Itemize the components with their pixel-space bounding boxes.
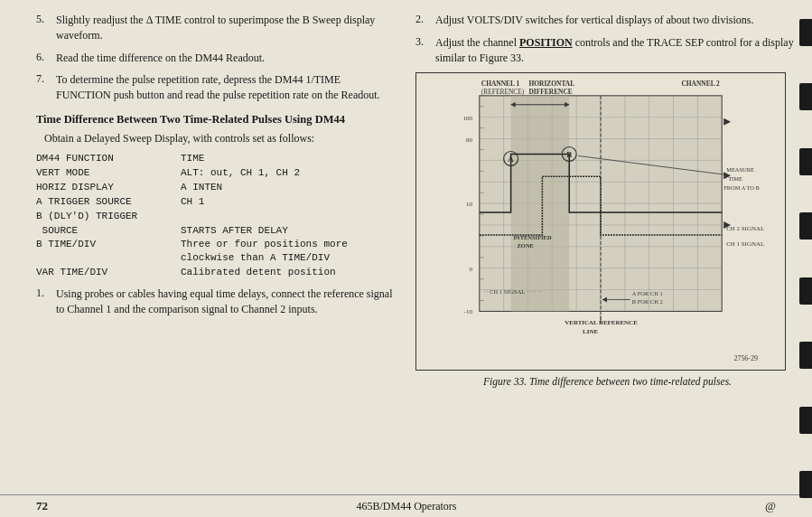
figure-caption: Figure 33. Time difference between two t… [415,376,799,387]
figure-caption-text: Figure 33. Time difference between two t… [483,376,732,387]
settings-row-btrig2: SOURCE STARTS AFTER DELAY [36,224,394,238]
settings-key-btrig2: SOURCE [36,224,181,238]
step-3-num: 3. [415,35,432,66]
settings-row-btd: B TIME/DIV Three or four positions morec… [36,238,394,265]
step-1-text: Using probes or cables having equal time… [56,287,394,317]
settings-val-var: Calibrated detent position [181,266,336,279]
step-3: 3. Adjust the channel POSITION controls … [415,35,799,66]
svg-text:VERTICAL REFERENCE: VERTICAL REFERENCE [565,320,638,327]
footer-at: @ [765,499,776,513]
tab-marker-4 [799,212,812,240]
svg-text:DIFFERENCE: DIFFERENCE [528,88,572,96]
page: 5. Slightly readjust the Δ TIME control … [0,0,812,517]
step-3-text: Adjust the channel POSITION controls and… [435,35,799,66]
page-footer: 72 465B/DM44 Operators @ [0,494,812,517]
settings-val-dm44: TIME [181,152,204,165]
step-7: 7. To determine the pulse repetition rat… [36,72,394,103]
settings-row-btrig1: B (DLY'D) TRIGGER [36,210,394,223]
svg-text:TIME: TIME [728,176,742,183]
svg-text:INTENSIFIED: INTENSIFIED [514,234,552,240]
svg-text:MEASURE: MEASURE [726,167,754,174]
svg-text:CH 2 SIGNAL: CH 2 SIGNAL [726,225,764,232]
settings-key-dm44: DM44 FUNCTION [36,152,181,165]
settings-row-var: VAR TIME/DIV Calibrated detent position [36,266,394,279]
svg-text:CHANNEL 2: CHANNEL 2 [681,80,720,88]
svg-text:FROM A TO B: FROM A TO B [723,185,760,192]
settings-row-atrig: A TRIGGER SOURCE CH 1 [36,195,394,209]
settings-row-dm44: DM44 FUNCTION TIME [36,152,394,165]
svg-text:(REFERENCE): (REFERENCE) [481,88,525,96]
settings-key-vert: VERT MODE [36,166,181,180]
step-5: 5. Slightly readjust the Δ TIME control … [36,13,394,43]
svg-text:2756-29: 2756-29 [733,354,757,362]
footer-title: 465B/DM44 Operators [357,500,457,513]
step-1-num: 1. [36,287,52,317]
settings-val-atrig: CH 1 [181,195,204,209]
figure-svg: 100 80 10 0 -10 A [416,73,785,370]
settings-key-var: VAR TIME/DIV [36,266,181,279]
step-2: 2. Adjust VOLTS/DIV switches for vertica… [415,13,799,28]
section-heading: Time Difference Between Two Time-Related… [36,112,394,128]
tab-marker-3 [799,148,812,175]
svg-text:80: 80 [466,136,472,144]
settings-row-horiz: HORIZ DISPLAY A INTEN [36,181,394,194]
tab-marker-5 [799,277,812,305]
step-2-num: 2. [415,13,432,28]
step-6: 6. Read the time difference on the DM44 … [36,51,394,66]
tab-marker-2 [799,83,812,110]
svg-text:-10: -10 [464,309,473,316]
svg-text:0: 0 [469,266,472,273]
step-7-text: To determine the pulse repetition rate, … [56,72,394,103]
settings-key-atrig: A TRIGGER SOURCE [36,195,181,209]
tab-markers [798,0,812,517]
svg-text:CH 1 SIGNAL: CH 1 SIGNAL [726,240,764,248]
settings-key-btd: B TIME/DIV [36,238,181,251]
tab-marker-1 [799,19,812,46]
settings-val-horiz: A INTEN [181,181,222,194]
svg-text:B FOR CH 2: B FOR CH 2 [632,299,663,306]
svg-text:B: B [566,151,572,160]
svg-text:A FOR CH 1: A FOR CH 1 [632,291,663,297]
svg-text:10: 10 [466,201,472,208]
settings-val-vert: ALT: out, CH 1, CH 2 [181,166,300,180]
main-content: 5. Slightly readjust the Δ TIME control … [0,0,812,494]
svg-rect-35 [511,96,570,312]
right-column: 2. Adjust VOLTS/DIV switches for vertica… [406,9,812,494]
svg-text:CHANNEL 1: CHANNEL 1 [481,80,520,88]
step-7-num: 7. [36,72,52,103]
svg-text:ZONE: ZONE [518,242,534,249]
tab-marker-7 [799,407,812,434]
settings-row-vert: VERT MODE ALT: out, CH 1, CH 2 [36,166,394,180]
step-6-num: 6. [36,51,52,66]
settings-table: DM44 FUNCTION TIME VERT MODE ALT: out, C… [36,152,394,279]
svg-text:A: A [508,155,514,164]
settings-val-btrig2: STARTS AFTER DELAY [181,224,288,238]
step-2-text: Adjust VOLTS/DIV switches for vertical d… [435,13,753,28]
step-5-num: 5. [36,13,52,43]
tab-marker-8 [799,471,812,498]
svg-text:100: 100 [462,115,472,122]
settings-key-horiz: HORIZ DISPLAY [36,181,181,194]
section-intro: Obtain a Delayed Sweep Display, with con… [36,131,394,146]
svg-text:HORIZONTAL: HORIZONTAL [528,80,574,88]
step-6-text: Read the time difference on the DM44 Rea… [56,51,265,66]
step-5-text: Slightly readjust the Δ TIME control to … [56,13,394,43]
left-column: 5. Slightly readjust the Δ TIME control … [0,9,406,494]
page-number: 72 [36,499,48,513]
svg-text:LINE: LINE [583,329,598,336]
svg-text:· · CH 1 SIGNAL · · · · · ·: · · CH 1 SIGNAL · · · · · · [484,288,543,295]
oscilloscope-figure: 100 80 10 0 -10 A [415,72,786,371]
step-1: 1. Using probes or cables having equal t… [36,287,394,317]
settings-key-btrig1: B (DLY'D) TRIGGER [36,210,181,223]
tab-marker-6 [799,342,812,369]
settings-val-btd: Three or four positions moreclockwise th… [181,238,348,265]
